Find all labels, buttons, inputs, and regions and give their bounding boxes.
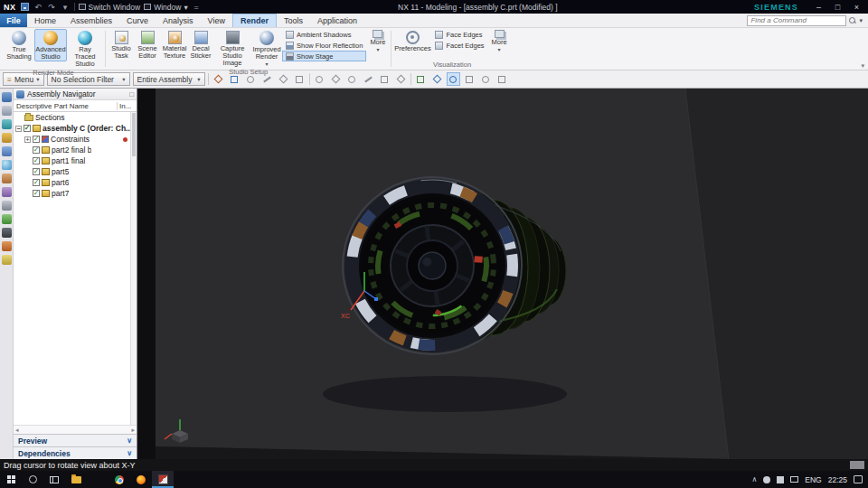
manufacturing-wizards-tab-icon[interactable] [2,201,12,211]
fullscreen-toggle[interactable]: = [192,2,202,12]
show-stage-toggle[interactable]: Show Stage [282,51,366,61]
tree-row-part5[interactable]: ✓ part5 [14,166,137,177]
start-button[interactable] [0,471,22,488]
part-checkbox[interactable]: ✓ [33,190,40,197]
tab-render[interactable]: Render [232,14,277,27]
onedrive-icon[interactable] [777,476,784,483]
clock[interactable]: 22:25 [828,475,847,484]
volume-icon[interactable] [790,476,798,483]
system-materials-tab-icon[interactable] [2,241,12,251]
collapse-icon[interactable]: − [15,126,22,132]
advanced-studio-button[interactable]: Advanced Studio [34,29,67,61]
history-tab-icon[interactable] [2,174,12,183]
scene-editor-button[interactable]: Scene Editor [135,29,160,61]
maximize-button[interactable]: □ [830,3,845,12]
expand-icon[interactable]: + [24,136,31,143]
reuse-library-tab-icon[interactable] [2,133,12,143]
scroll-right-icon[interactable]: ▸ [131,427,135,434]
ribbon-minimize-icon[interactable]: ▾ [861,62,864,70]
tab-home[interactable]: Home [27,14,63,27]
tree-row-part2-final-b[interactable]: ✓ part2 final b [14,145,137,155]
improved-render-button[interactable]: Improved Render ▾ [252,29,281,68]
search-dropdown-icon[interactable]: ▾ [859,17,863,24]
pan-view-button[interactable] [463,72,476,86]
file-explorer-button[interactable] [65,471,87,488]
language-indicator[interactable]: ENG [805,475,821,484]
fit-view-button[interactable] [495,72,509,86]
constraint-navigator-tab-icon[interactable] [2,106,12,116]
firefox-button[interactable] [130,471,152,488]
tree-row-part7[interactable]: ✓ part7 [14,188,137,199]
show-floor-reflection-toggle[interactable]: Show Floor Reflection [282,40,366,51]
tree-row-sections[interactable]: Sections [14,112,137,123]
web-browser-tab-icon[interactable] [2,160,12,170]
tab-view[interactable]: View [201,14,232,27]
tree-row-assembly[interactable]: − ✓ assembly C (Order: Ch... [14,123,137,134]
studio-task-button[interactable]: Studio Task [108,29,134,61]
move-object-button[interactable] [430,72,444,86]
part-navigator-tab-icon[interactable] [2,119,12,129]
tab-curve[interactable]: Curve [119,14,156,27]
3d-viewport[interactable]: XC [137,89,868,459]
process-studio-tab-icon[interactable] [2,187,12,197]
face-edges-toggle[interactable]: Face Edges [431,29,487,40]
preferences-button[interactable]: Preferences [394,29,430,53]
capture-studio-image-button[interactable]: Capture Studio Image [213,29,251,68]
part-checkbox[interactable]: ✓ [33,168,40,175]
navigator-horizontal-scrollbar[interactable]: ◂ ▸ [14,425,137,434]
tree-row-part6[interactable]: ✓ part6 [14,177,137,188]
resize-grip[interactable] [850,461,864,469]
search-icon[interactable] [849,17,856,24]
task-view-button[interactable] [43,471,65,488]
search-button[interactable] [22,471,43,488]
assembly-checkbox[interactable]: ✓ [24,125,31,132]
scrollbar-thumb[interactable] [132,113,136,156]
quick-access-dropdown[interactable]: ▾ [61,2,71,12]
scroll-left-icon[interactable]: ◂ [15,427,19,434]
close-button[interactable]: × [849,3,864,12]
tab-application[interactable]: Application [310,14,364,27]
rotate-view-button[interactable] [447,72,460,86]
file-menu-button[interactable]: File [0,14,27,27]
panel-options-icon[interactable]: □ [129,90,134,99]
redo-button[interactable]: ↷ [47,2,57,12]
measure-button[interactable] [414,72,428,86]
window-menu-button[interactable]: Window ▾ [144,3,188,12]
edge-button[interactable] [87,471,108,488]
decal-sticker-button[interactable]: Decal Sticker [189,29,212,61]
assembly-navigator-tab-icon[interactable] [2,92,12,102]
studio-setup-more-button[interactable]: More ▾ [367,29,388,53]
undo-button[interactable]: ↶ [33,2,43,12]
column-descriptive-part-name[interactable]: Descriptive Part Name [14,102,117,110]
tree-row-constraints[interactable]: + ✓ Constraints [14,134,137,145]
save-button[interactable] [20,2,30,12]
hd3d-tools-tab-icon[interactable] [2,146,12,156]
preview-section-header[interactable]: Preview ∨ [14,434,137,446]
command-search-input[interactable] [747,15,846,26]
minimize-button[interactable]: – [811,3,826,12]
tray-chevron-up-icon[interactable]: ∧ [751,475,757,483]
visualization-more-button[interactable]: More ▾ [489,29,510,53]
ray-traced-studio-button[interactable]: Ray Traced Studio [68,29,102,69]
tab-analysis[interactable]: Analysis [156,14,201,27]
ambient-shadows-toggle[interactable]: Ambient Shadows [282,29,366,40]
column-info[interactable]: In... [117,102,137,110]
tree-row-part1-final[interactable]: ✓ part1 final [14,155,137,166]
templates-tab-icon[interactable] [2,255,12,265]
part-checkbox[interactable]: ✓ [33,157,40,164]
bounded-plane-button[interactable] [394,72,408,86]
part-checkbox[interactable]: ✓ [33,146,40,154]
true-shading-button[interactable]: True Shading [5,29,33,61]
chrome-button[interactable] [108,471,130,488]
tab-assemblies[interactable]: Assemblies [63,14,119,27]
roles-tab-icon[interactable] [2,214,12,224]
people-icon[interactable] [763,476,770,483]
part-checkbox[interactable]: ✓ [33,179,40,186]
action-center-icon[interactable] [854,475,863,483]
nx-taskbar-button[interactable] [152,471,174,488]
zoom-view-button[interactable] [479,72,493,86]
switch-window-button[interactable]: Switch Window [79,3,141,12]
tab-tools[interactable]: Tools [277,14,310,27]
navigator-vertical-scrollbar[interactable] [130,112,137,425]
constraints-checkbox[interactable]: ✓ [33,136,40,143]
